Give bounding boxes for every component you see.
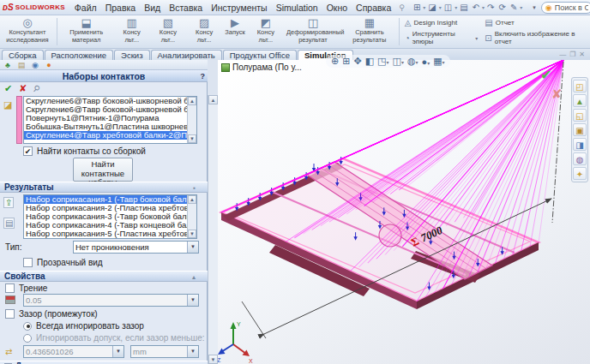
tolerance-value-dropdown[interactable]: 0.436501026 ▼: [23, 345, 124, 358]
redo-icon[interactable]: ↷: [485, 3, 496, 12]
menu-window[interactable]: Окно: [322, 2, 352, 14]
rebuild-icon[interactable]: ⟳: [497, 3, 507, 12]
chevron-down-icon[interactable]: ▼: [187, 295, 198, 306]
scroll-up-icon[interactable]: ▲: [208, 95, 218, 104]
friction-value-dropdown[interactable]: 0.05 ▼: [23, 294, 199, 307]
open-document-icon[interactable]: ◪: [426, 3, 437, 12]
window-minimize-icon[interactable]: ―: [559, 51, 566, 58]
configuration-manager-tab-icon[interactable]: ◉: [29, 61, 41, 69]
hide-show-items-icon[interactable]: ◍▾: [407, 56, 418, 67]
find-contacts-checkbox-row[interactable]: ✔ Найти контакты со сборкой: [23, 146, 146, 156]
scroll-down-icon[interactable]: ▼: [188, 134, 196, 143]
ignore-tolerance-radio[interactable]: [23, 334, 32, 343]
side-toolbar-icon-2[interactable]: ▲: [573, 94, 587, 107]
type-dropdown[interactable]: Нет проникновения ▼: [73, 241, 199, 254]
advisor-button-3[interactable]: ▨ Консу льт...: [186, 15, 222, 48]
scroll-up-icon[interactable]: ▲: [188, 195, 196, 204]
scroll-down-icon[interactable]: ▼: [208, 355, 218, 364]
side-toolbar-icon-5[interactable]: ◨: [573, 138, 587, 151]
find-contact-sets-button[interactable]: Найти контактные наборы: [73, 158, 133, 182]
run-button[interactable]: ▶ Запуск: [222, 15, 247, 48]
gap-row[interactable]: Зазор (промежуток): [5, 309, 98, 319]
contact-set-item[interactable]: Скругление6@Тавр боковой-шкворневой балк…: [24, 97, 196, 105]
transparent-view-checkbox[interactable]: [23, 258, 33, 267]
side-toolbar-icon-6[interactable]: ◍: [573, 152, 587, 165]
result-item[interactable]: Набор соприкасания-2 (-Пластина хребтово…: [24, 204, 196, 212]
section-view-icon[interactable]: ◧: [365, 56, 374, 67]
search-input[interactable]: Поиск в Спр...: [555, 3, 588, 12]
previous-view-icon[interactable]: ✥: [353, 56, 361, 67]
side-toolbar-icon-1[interactable]: ◰: [573, 80, 587, 92]
always-ignore-gap-row[interactable]: Всегда игнорировать зазор: [23, 321, 144, 331]
report-button[interactable]: ▤ Отчет: [485, 18, 587, 27]
window-restore-icon[interactable]: ❐: [569, 51, 575, 58]
zoom-area-icon[interactable]: ⊞: [342, 56, 350, 67]
edit-contact-icon[interactable]: ⇪: [3, 197, 14, 208]
scroll-up-icon[interactable]: ▲: [188, 97, 196, 105]
find-contacts-checkbox[interactable]: ✔: [23, 146, 33, 156]
window-close-icon[interactable]: ✕: [579, 51, 585, 58]
plot-tools-button[interactable]: ◔ Инструменты эпюры ▾: [405, 30, 479, 45]
chevron-down-icon[interactable]: ▼: [187, 346, 198, 357]
menu-view[interactable]: Вид: [140, 2, 165, 14]
scene-icon[interactable]: ▦▾: [433, 56, 444, 67]
results-section-header[interactable]: Результаты ▪: [0, 182, 208, 193]
results-listbox[interactable]: Набор соприкасания-1 (-Тавр боковой балк…: [23, 194, 197, 239]
pin-icon[interactable]: ⚲: [32, 82, 43, 93]
study-advisor-button[interactable]: ◎ Консультант исследования: [0, 15, 55, 48]
view-orientation-icon[interactable]: ◳▾: [377, 56, 388, 67]
properties-section-header[interactable]: Свойства ▴: [0, 271, 208, 282]
menu-pin-icon[interactable]: ⚲: [395, 3, 408, 12]
advanced-section-header[interactable]: Дополнительно ▪: [0, 361, 208, 364]
ignore-tolerance-row[interactable]: Игнорировать допуск, если зазор меньше:: [23, 333, 205, 343]
zoom-fit-icon[interactable]: ⊕: [331, 56, 339, 67]
ok-check-icon[interactable]: ✔: [4, 83, 12, 94]
contact-set-item[interactable]: Повернуть1@Пятник-1@Полурама: [24, 114, 196, 122]
menu-help[interactable]: Справка: [352, 2, 395, 14]
side-toolbar-icon-7[interactable]: ✦: [573, 167, 587, 180]
friction-checkbox[interactable]: [5, 283, 15, 293]
contact-set-item-selected[interactable]: Скругление4@Тавр хребтовой балки-2@Полур…: [24, 131, 196, 140]
transparent-view-row[interactable]: Прозрачный вид: [23, 258, 103, 267]
search-box[interactable]: ◉ Поиск в Спр...: [541, 2, 590, 14]
graphics-viewport[interactable]: Σ7000 Y X Z: [218, 60, 590, 364]
compare-results-button[interactable]: ▦ Сравнить результаты: [342, 15, 397, 48]
advisor-button-4[interactable]: ◩ Консу льт...: [248, 15, 284, 48]
scroll-down-icon[interactable]: ▼: [188, 230, 196, 238]
side-toolbar-icon-3[interactable]: ◱: [573, 109, 587, 122]
contact-list-scrollbar[interactable]: ▲ ▼: [187, 97, 196, 143]
contact-sets-listbox[interactable]: Скругление6@Тавр боковой-шкворневой балк…: [23, 96, 197, 144]
result-item[interactable]: Набор соприкасания-5 (-Пластина хребтово…: [24, 230, 196, 238]
panel-scrollbar[interactable]: ▲ ▼: [208, 95, 218, 364]
side-toolbar-icon-4[interactable]: ▣: [573, 123, 587, 136]
advisor-button-1[interactable]: ▥ Консу льт...: [114, 15, 150, 48]
tab-assembly[interactable]: Сборка: [2, 50, 44, 60]
tolerance-unit-dropdown[interactable]: mm ▼: [130, 345, 199, 358]
advisor-button-2[interactable]: ▧ Консу льт...: [150, 15, 186, 48]
undo-icon[interactable]: ↶: [471, 3, 481, 12]
result-item[interactable]: Набор соприкасания-6 (-Тавр хребтовой ба…: [24, 238, 196, 239]
always-ignore-radio[interactable]: [23, 322, 32, 331]
options-icon[interactable]: ✎: [509, 3, 519, 12]
menu-tools[interactable]: Инструменты: [207, 2, 271, 14]
dimxpert-manager-tab-icon[interactable]: ●: [43, 61, 55, 69]
contact-set-item[interactable]: Скругление6@Тавр боковой-шкворневой балк…: [24, 105, 196, 114]
menu-simulation[interactable]: Simulation: [272, 2, 322, 14]
save-icon[interactable]: ◫: [442, 3, 454, 12]
feature-manager-tab-icon[interactable]: ♣: [2, 61, 14, 69]
deformed-result-button[interactable]: ◫ Деформированный результат: [284, 15, 342, 48]
appearance-icon[interactable]: ●▾: [422, 57, 430, 67]
include-image-button[interactable]: ⊡ Включить изображение в отчет: [485, 30, 587, 45]
chevron-down-icon[interactable]: ▼: [187, 242, 198, 253]
tab-sketch[interactable]: Эскиз: [114, 50, 149, 60]
new-document-icon[interactable]: ⊞: [412, 3, 422, 12]
confirm-cancel-icon[interactable]: ✘: [551, 87, 563, 102]
print-icon[interactable]: ▤: [458, 3, 469, 12]
menu-insert[interactable]: Вставка: [165, 2, 207, 14]
tab-layout[interactable]: Расположение: [45, 50, 114, 60]
display-style-icon[interactable]: ◫▾: [392, 56, 403, 67]
property-manager-tab-icon[interactable]: ▤: [15, 61, 27, 69]
tab-office-products[interactable]: Продукты Office: [223, 50, 297, 60]
apply-material-button[interactable]: ⬓ Применить материал: [59, 15, 114, 48]
chevron-down-icon[interactable]: ▼: [112, 346, 123, 357]
